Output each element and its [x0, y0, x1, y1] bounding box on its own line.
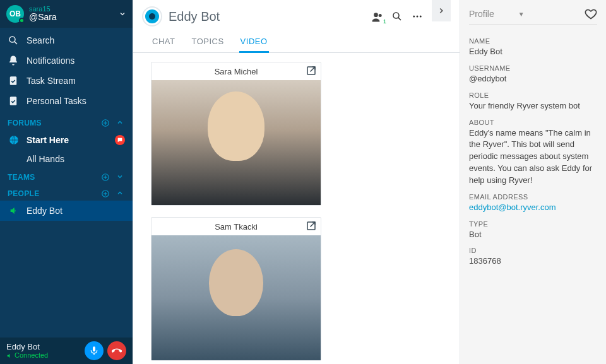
- video-card: Sara Michel: [151, 62, 321, 206]
- profile-about-label: ABOUT: [469, 119, 597, 126]
- forum-item-all-hands[interactable]: All Hands: [0, 150, 133, 168]
- profile-email-label: EMAIL ADDRESS: [469, 193, 597, 201]
- profile-type-label: TYPE: [469, 220, 597, 228]
- svg-point-14: [374, 13, 378, 17]
- sidebar-nav: Search Notifications Task Stream Persona…: [0, 28, 133, 114]
- sidebar-item-label: Notifications: [27, 56, 74, 66]
- section-header-people[interactable]: PEOPLE: [0, 184, 133, 201]
- profile-selector-label: Profile: [469, 9, 494, 19]
- main-panel: Eddy Bot 1 CHAT TOPICS VIDEO Sara Michel: [133, 0, 460, 364]
- clipboard-icon: [8, 95, 19, 107]
- user-handle: @Sara: [29, 13, 57, 22]
- sidebar-item-personal-tasks[interactable]: Personal Tasks: [0, 91, 133, 111]
- chevron-up-icon[interactable]: [116, 119, 125, 127]
- caret-down-icon: ▼: [518, 11, 525, 18]
- search-icon: [8, 35, 19, 46]
- video-participant-name: Sam Tkacki: [215, 222, 258, 232]
- people-label: Eddy Bot: [27, 206, 62, 216]
- sound-icon: [6, 353, 13, 359]
- section-header-forums[interactable]: FORUMS: [0, 114, 133, 130]
- call-footer: Eddy Bot Connected: [0, 338, 133, 364]
- video-thumbnail[interactable]: [152, 80, 321, 205]
- svg-point-16: [393, 13, 399, 18]
- avatar: OB: [6, 5, 24, 23]
- profile-email-value[interactable]: eddybot@bot.ryver.com: [469, 202, 597, 214]
- forum-label: All Hands: [27, 154, 64, 164]
- svg-line-17: [398, 18, 401, 20]
- chevron-right-icon[interactable]: [432, 0, 451, 21]
- current-user[interactable]: OB sara15 @Sara: [0, 0, 133, 28]
- section-header-teams[interactable]: TEAMS: [0, 168, 133, 184]
- profile-id-value: 1836768: [469, 255, 597, 267]
- profile-name-value: Eddy Bot: [469, 46, 597, 58]
- tabs: CHAT TOPICS VIDEO: [133, 29, 460, 53]
- bell-icon: [8, 55, 19, 66]
- heart-icon[interactable]: [585, 8, 597, 20]
- presence-dot-icon: [19, 18, 25, 23]
- profile-name-label: NAME: [469, 37, 597, 45]
- profile-selector[interactable]: Profile ▼: [469, 9, 525, 19]
- section-title: PEOPLE: [8, 189, 39, 198]
- video-card: Sam Tkacki: [151, 217, 321, 361]
- svg-rect-3: [10, 97, 17, 105]
- profile-role-label: ROLE: [469, 91, 597, 99]
- more-icon[interactable]: [412, 11, 423, 22]
- svg-point-0: [9, 37, 15, 42]
- sound-icon: [8, 204, 20, 217]
- video-list: Sara Michel Sam Tkacki: [133, 53, 460, 364]
- video-thumbnail[interactable]: [152, 235, 321, 360]
- page-title: Eddy Bot: [169, 9, 371, 24]
- group-icon[interactable]: 1: [371, 11, 383, 22]
- sidebar-item-label: Search: [27, 35, 54, 45]
- profile-role-value: Your friendly Ryver system bot: [469, 100, 597, 112]
- plus-icon[interactable]: [101, 119, 110, 127]
- profile-username-label: USERNAME: [469, 64, 597, 72]
- clipboard-icon: [8, 75, 19, 86]
- notification-badge-icon: [115, 135, 125, 145]
- section-title: FORUMS: [8, 119, 42, 127]
- sidebar-item-label: Task Stream: [27, 76, 76, 86]
- section-title: TEAMS: [8, 173, 35, 182]
- tab-chat[interactable]: CHAT: [151, 33, 176, 52]
- svg-rect-2: [10, 76, 17, 85]
- hangup-button[interactable]: [107, 341, 126, 360]
- search-icon[interactable]: [391, 11, 403, 22]
- plus-icon[interactable]: [101, 189, 110, 198]
- forum-item-start-here[interactable]: Start Here: [0, 130, 133, 150]
- profile-username-value: @eddybot: [469, 73, 597, 85]
- main-header: Eddy Bot 1: [133, 0, 460, 29]
- chevron-down-icon[interactable]: [116, 173, 125, 182]
- popout-icon[interactable]: [306, 220, 317, 232]
- plus-icon[interactable]: [101, 173, 110, 182]
- video-participant-name: Sara Michel: [215, 67, 258, 76]
- mute-button[interactable]: [85, 341, 104, 360]
- avatar-initials: OB: [9, 9, 21, 18]
- profile-about-value: Eddy's name means "The calm in the Ryver…: [469, 127, 597, 187]
- tab-video[interactable]: VIDEO: [239, 33, 269, 52]
- group-count: 1: [383, 18, 386, 25]
- globe-icon: [8, 134, 20, 146]
- chevron-down-icon[interactable]: [119, 10, 126, 18]
- tab-topics[interactable]: TOPICS: [190, 33, 225, 52]
- profile-type-value: Bot: [469, 229, 597, 241]
- svg-point-20: [420, 16, 422, 18]
- sidebar: OB sara15 @Sara Search Notifications: [0, 0, 133, 364]
- sidebar-item-label: Personal Tasks: [27, 96, 86, 106]
- call-status: Connected: [6, 351, 48, 360]
- profile-panel: Profile ▼ NAME Eddy Bot USERNAME @eddybo…: [460, 0, 606, 364]
- sidebar-item-task-stream[interactable]: Task Stream: [0, 71, 133, 91]
- call-peer-name: Eddy Bot: [6, 342, 48, 352]
- svg-point-19: [417, 16, 419, 18]
- sidebar-item-notifications[interactable]: Notifications: [0, 50, 133, 71]
- chevron-up-icon[interactable]: [116, 189, 125, 198]
- profile-id-label: ID: [469, 247, 597, 254]
- bot-avatar-icon: [142, 6, 162, 26]
- svg-point-15: [379, 14, 382, 17]
- svg-point-18: [413, 16, 415, 18]
- people-item-eddy-bot[interactable]: Eddy Bot: [0, 201, 133, 221]
- forum-label: Start Here: [27, 135, 69, 145]
- sidebar-item-search[interactable]: Search: [0, 30, 133, 50]
- svg-line-1: [15, 42, 17, 44]
- popout-icon[interactable]: [306, 65, 317, 76]
